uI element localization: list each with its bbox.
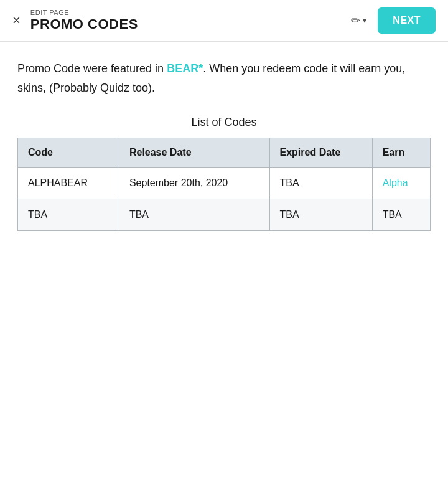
header-subtitle: EDIT PAGE [30,9,138,16]
table-row: TBA TBA TBA TBA [18,199,431,231]
table-header: Code Release Date Expired Date Earn [18,138,431,168]
col-header-code: Code [18,138,119,168]
description-before: Promo Code were featured in [17,62,167,75]
edit-button[interactable]: ✏ ▾ [346,10,371,31]
cell-release-date: September 20th, 2020 [119,168,269,199]
cell-code: TBA [18,199,119,231]
col-header-release-date: Release Date [119,138,269,168]
close-button[interactable]: × [12,14,21,27]
col-header-expired-date: Expired Date [269,138,372,168]
table-section: List of Codes Code Release Date Expired … [17,116,431,231]
codes-table: Code Release Date Expired Date Earn ALPH… [17,138,431,231]
header-left: × EDIT PAGE PROMO CODES [12,9,138,32]
cell-code: ALPHABEAR [18,168,119,199]
description-text: Promo Code were featured in BEAR*. When … [17,59,431,97]
col-header-earn: Earn [372,138,430,168]
cell-earn: Alpha [372,168,430,199]
next-button[interactable]: NEXT [378,7,436,34]
cell-earn: TBA [372,199,430,231]
cell-expired-date: TBA [269,168,372,199]
main-content: Promo Code were featured in BEAR*. When … [0,42,448,243]
header: × EDIT PAGE PROMO CODES ✏ ▾ NEXT [0,0,448,42]
earn-link[interactable]: Alpha [383,177,408,188]
header-title-block: EDIT PAGE PROMO CODES [30,9,138,32]
cell-release-date: TBA [119,199,269,231]
table-title: List of Codes [17,116,431,129]
table-row: ALPHABEAR September 20th, 2020 TBA Alpha [18,168,431,199]
chevron-down-icon: ▾ [363,16,366,25]
cell-expired-date: TBA [269,199,372,231]
header-row: Code Release Date Expired Date Earn [18,138,431,168]
edit-icon: ✏ [351,14,360,27]
table-body: ALPHABEAR September 20th, 2020 TBA Alpha… [18,168,431,231]
brand-name: BEAR* [167,62,203,75]
header-title: PROMO CODES [30,16,138,32]
header-right: ✏ ▾ NEXT [346,7,436,34]
